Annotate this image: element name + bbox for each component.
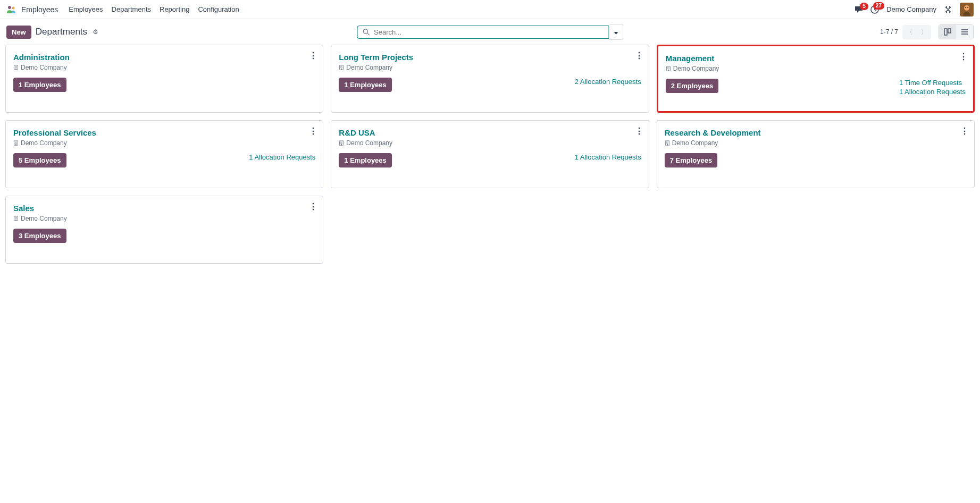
card-menu-icon[interactable]: ⋮ [635,126,643,136]
employees-button[interactable]: 1 Employees [13,78,66,92]
card-body: 2 Employees1 Time Off Requests1 Allocati… [666,79,966,96]
employees-button[interactable]: 7 Employees [665,153,718,167]
department-title[interactable]: Management [666,54,966,63]
svg-point-7 [363,29,367,33]
messaging-icon[interactable]: 5 [855,6,863,13]
svg-rect-45 [666,142,667,142]
svg-rect-55 [15,220,16,221]
department-company-label: Demo Company [21,215,67,222]
activity-badge: 27 [873,2,884,10]
employees-button[interactable]: 3 Employees [13,229,66,243]
svg-rect-51 [15,217,15,218]
list-view-button[interactable] [956,25,973,39]
pager-counter[interactable]: 1-7 / 7 [880,28,898,36]
svg-rect-28 [668,68,669,68]
card-request-link[interactable]: 1 Time Off Requests [899,79,962,87]
svg-rect-47 [666,143,667,144]
svg-rect-53 [15,219,15,219]
department-card[interactable]: ⋮Long Term ProjectsDemo Company1 Employe… [331,45,649,113]
svg-rect-43 [341,144,342,146]
department-card[interactable]: ⋮AdministrationDemo Company1 Employees [5,45,323,113]
svg-rect-34 [16,142,16,142]
app-title[interactable]: Employees [21,5,58,14]
department-title[interactable]: Research & Development [665,128,967,137]
department-company: Demo Company [13,64,315,71]
department-title[interactable]: Sales [13,204,315,213]
search-input[interactable] [374,28,603,36]
card-body: 7 Employees [665,153,967,167]
svg-rect-41 [341,143,341,144]
department-card[interactable]: ⋮ManagementDemo Company2 Employees1 Time… [657,45,975,113]
activity-icon[interactable]: 27 [870,5,879,14]
card-menu-icon[interactable]: ⋮ [959,52,968,62]
svg-rect-33 [15,142,15,142]
search-box[interactable] [357,26,609,39]
top-navbar: Employees Employees Departments Reportin… [0,0,980,19]
building-icon [13,65,19,70]
building-icon [666,66,671,71]
department-card[interactable]: ⋮R&D USADemo Company1 Employees1 Allocat… [331,120,649,188]
card-links: 1 Time Off Requests1 Allocation Requests [899,79,966,96]
department-card[interactable]: ⋮Professional ServicesDemo Company5 Empl… [5,120,323,188]
department-title[interactable]: Professional Services [13,128,315,137]
pager-prev-button[interactable]: 〈 [902,25,917,39]
company-switcher[interactable]: Demo Company [886,5,936,13]
nav-menu-configuration[interactable]: Configuration [198,5,239,13]
svg-rect-36 [16,143,16,144]
card-body: 3 Employees [13,229,315,243]
card-menu-icon[interactable]: ⋮ [960,126,969,136]
search-dropdown-toggle[interactable] [609,24,623,40]
department-company: Demo Company [666,65,966,72]
card-menu-icon[interactable]: ⋮ [309,51,317,61]
nav-menu-reporting[interactable]: Reporting [160,5,189,13]
search-container [357,24,623,40]
card-request-link[interactable]: 1 Allocation Requests [575,153,641,161]
employees-button[interactable]: 5 Employees [13,153,66,167]
new-button[interactable]: New [6,26,31,39]
card-body: 1 Employees1 Allocation Requests [339,153,641,167]
svg-rect-42 [342,143,342,144]
svg-rect-49 [667,144,668,146]
department-company-label: Demo Company [346,139,392,147]
building-icon [665,140,670,146]
employees-button[interactable]: 1 Employees [339,78,392,92]
svg-rect-48 [667,143,668,144]
department-title[interactable]: R&D USA [339,128,641,137]
employees-button[interactable]: 2 Employees [666,79,719,93]
nav-menu-employees[interactable]: Employees [69,5,103,13]
department-company-label: Demo Company [346,64,392,71]
nav-right: 5 27 Demo Company [855,3,974,16]
department-title[interactable]: Administration [13,53,315,62]
department-title[interactable]: Long Term Projects [339,53,641,62]
card-menu-icon[interactable]: ⋮ [309,126,317,136]
department-company: Demo Company [665,139,967,147]
kanban-view-button[interactable] [939,25,956,39]
card-body: 1 Employees [13,78,315,92]
svg-point-5 [965,7,966,8]
card-request-link[interactable]: 1 Allocation Requests [249,153,315,161]
card-request-link[interactable]: 1 Allocation Requests [899,88,966,96]
nav-menu-departments[interactable]: Departments [112,5,151,13]
building-icon [339,140,344,146]
pager-section: 1-7 / 7 〈 〉 [880,24,974,39]
svg-point-4 [964,5,969,11]
pager-next-button[interactable]: 〉 [917,25,931,39]
department-company-label: Demo Company [21,139,67,147]
breadcrumb: Departments [36,27,87,37]
department-card[interactable]: ⋮SalesDemo Company3 Employees [5,196,323,264]
debug-icon[interactable] [944,5,952,14]
department-company: Demo Company [13,139,315,147]
card-menu-icon[interactable]: ⋮ [309,202,317,212]
card-request-link[interactable]: 2 Allocation Requests [575,78,641,86]
svg-rect-40 [342,142,342,142]
svg-rect-17 [15,68,15,68]
employees-button[interactable]: 1 Employees [339,153,392,167]
user-avatar[interactable] [960,3,974,16]
gear-icon[interactable]: ⚙ [93,28,98,36]
department-card[interactable]: ⋮Research & DevelopmentDemo Company7 Emp… [657,120,975,188]
kanban-container: ⋮AdministrationDemo Company1 Employees⋮L… [0,45,980,269]
svg-rect-37 [15,144,16,146]
card-menu-icon[interactable]: ⋮ [635,51,643,61]
building-icon [339,65,344,70]
department-company: Demo Company [339,64,641,71]
